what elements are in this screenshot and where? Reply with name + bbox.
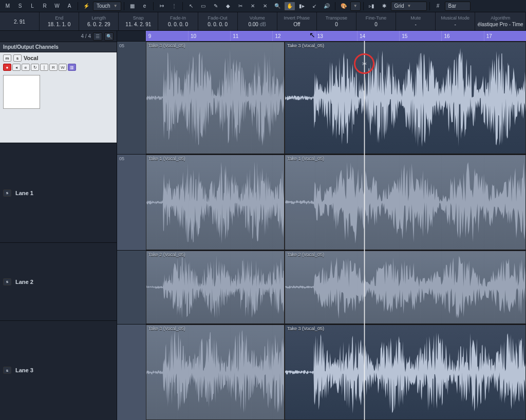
info-finetune[interactable]: Fine-Tune0 <box>356 12 396 30</box>
arrow-tool-icon[interactable]: ↖ <box>185 2 197 11</box>
quantize-label: Bar <box>448 3 457 9</box>
monitor-btn[interactable]: ◂ <box>12 64 21 71</box>
info-start[interactable]: 2. 91 <box>0 12 40 30</box>
clip-prelabel: 05 <box>119 43 124 48</box>
clip-label: Take 3 (Vocal_05) <box>148 43 185 48</box>
audio-clip[interactable]: Take 1 (Vocal_05) <box>285 155 526 250</box>
loop-btn[interactable]: ↻ <box>31 64 39 71</box>
ruler-bar: 15 <box>399 31 407 41</box>
info-mute[interactable]: Mute- <box>396 12 436 30</box>
glue-tool-icon[interactable]: ✕ <box>247 2 258 11</box>
info-invert[interactable]: Invert PhaseOff <box>277 12 317 30</box>
snap-mode-select[interactable]: Grid ▼ <box>391 2 427 11</box>
info-transpose[interactable]: Transpose0 <box>317 12 356 30</box>
play-tool-icon[interactable]: 🔊 <box>321 2 332 11</box>
timewarp-tool-icon[interactable]: ▮▸ <box>296 2 308 11</box>
clip-prelabel: 05 <box>119 156 124 161</box>
mute-tool-icon[interactable]: ✕ <box>259 2 271 11</box>
take-lane[interactable]: Take 2 (Vocal_05)Take 2 (Vocal_05) <box>117 250 526 323</box>
audio-clip[interactable]: Take 3 (Vocal_05) <box>146 324 285 420</box>
zoom-tool-icon[interactable]: 🔍 <box>272 2 283 11</box>
visible-track-count: 4 / 4 <box>81 33 91 39</box>
lane-solo-btn[interactable]: s <box>3 189 11 197</box>
ruler-bar: 14 <box>357 31 365 41</box>
lanes-btn[interactable]: ▥ <box>68 64 76 71</box>
track-header-vocal[interactable]: m s Vocal ● ◂ e ↻ ∣ R W ▥ <box>0 52 117 143</box>
track-solo-btn[interactable]: s <box>13 54 22 62</box>
write-btn[interactable]: W <box>51 2 63 11</box>
autoscroll-icon[interactable]: ↦ <box>156 2 167 11</box>
filter-icon[interactable]: ☰ <box>93 32 102 41</box>
io-channels-header[interactable]: Input/Output Channels <box>0 42 117 52</box>
tracklist-toolbar: 4 / 4 ☰ 🔍 <box>0 31 117 42</box>
info-fadein[interactable]: Fade-In0. 0. 0. 0 <box>158 12 198 30</box>
take-lane[interactable]: 05Take 1 (Vocal_05)Take 1 (Vocal_05) <box>117 154 526 250</box>
listen-btn[interactable]: L <box>27 2 38 11</box>
panel-icon[interactable]: ▦ <box>127 2 138 11</box>
range-tool-icon[interactable]: ▭ <box>198 2 209 11</box>
draw-tool-icon[interactable]: ✎ <box>210 2 221 11</box>
audio-clip[interactable]: Take 3 (Vocal_05) <box>146 42 285 154</box>
info-length[interactable]: Length6. 0. 2. 29 <box>79 12 119 30</box>
audio-clip[interactable]: Take 1 (Vocal_05) <box>146 155 285 250</box>
lane-solo-btn[interactable]: s <box>3 278 11 285</box>
comp-track[interactable]: 05Take 3 (Vocal_05)Take 3 (Vocal_05) <box>117 41 526 154</box>
clip-label: Take 3 (Vocal_05) <box>287 43 324 48</box>
track-name: Vocal <box>24 55 39 61</box>
audio-clip[interactable]: Take 2 (Vocal_05) <box>285 251 526 323</box>
info-musical[interactable]: Musical Mode- <box>436 12 475 30</box>
lane-name: Lane 2 <box>15 279 33 285</box>
timeline-ruler[interactable]: 91011121314151617 ↖ <box>117 31 526 41</box>
split-tool-icon[interactable]: ✂ <box>235 2 246 11</box>
info-volume[interactable]: Volume0.00 dB <box>238 12 277 30</box>
audio-clip[interactable]: Take 2 (Vocal_05) <box>146 251 285 323</box>
read-btn[interactable]: R <box>39 2 50 11</box>
info-snap[interactable]: Snap11. 4. 2. 91 <box>119 12 158 30</box>
edit-channel-btn[interactable]: e <box>22 64 30 71</box>
clip-label: Take 2 (Vocal_05) <box>287 252 324 257</box>
read-auto-btn[interactable]: R <box>49 64 58 71</box>
ruler-bar: 16 <box>441 31 449 41</box>
chevron-down-icon: ▼ <box>114 4 118 8</box>
color-picker[interactable]: ▼ <box>350 2 361 11</box>
write-auto-btn[interactable]: W <box>59 64 67 71</box>
comp-tool-icon[interactable]: ✋ <box>284 2 295 11</box>
arrangement-area[interactable]: 91011121314151617 ↖ ✂ 05Take 3 (Vocal_05… <box>117 31 526 420</box>
search-icon[interactable]: 🔍 <box>104 32 114 41</box>
automation-mode-select[interactable]: Touch ▼ <box>93 2 121 11</box>
mute-btn[interactable]: M <box>2 2 13 11</box>
quantize-select[interactable]: Bar <box>445 2 471 11</box>
clip-label: Take 3 (Vocal_05) <box>287 326 324 331</box>
lane-header-2[interactable]: s Lane 2 <box>0 242 117 320</box>
grid-type-icon[interactable]: # <box>433 2 444 11</box>
info-algorithm[interactable]: Algorithmélastique Pro - Time <box>475 12 526 30</box>
track-mute-btn[interactable]: m <box>3 54 11 62</box>
solo-btn[interactable]: S <box>14 2 26 11</box>
color-icon[interactable]: e <box>139 2 151 11</box>
color-tool-icon[interactable]: 🎨 <box>338 2 349 11</box>
lane-name: Lane 1 <box>15 190 33 196</box>
suspend-icon[interactable]: ⚡ <box>81 2 92 11</box>
record-enable-btn[interactable]: ● <box>3 64 11 71</box>
lane-header-1[interactable]: s Lane 1 <box>0 143 117 242</box>
lane-solo-btn[interactable]: s <box>3 367 11 374</box>
auto-btn[interactable]: A <box>64 2 75 11</box>
audio-clip[interactable]: Take 3 (Vocal_05) <box>285 42 526 154</box>
snap-type-icon[interactable]: ✱ <box>379 2 390 11</box>
erase-tool-icon[interactable]: ◆ <box>222 2 234 11</box>
line-tool-icon[interactable]: ↙ <box>309 2 320 11</box>
lane-name: Lane 3 <box>15 367 33 373</box>
snap-toggle-icon[interactable]: ▹▮ <box>366 2 378 11</box>
freeze-btn[interactable]: ∣ <box>40 64 48 71</box>
automation-mode-label: Touch <box>97 3 110 9</box>
playhead[interactable] <box>364 41 365 420</box>
audio-clip[interactable]: Take 3 (Vocal_05) <box>285 324 526 420</box>
top-toolbar: M S L R W A ⚡ Touch ▼ ▦ e ↦ ⋮ ↖ ▭ ✎ ◆ ✂ … <box>0 0 526 12</box>
lane-header-3[interactable]: s Lane 3 <box>0 320 117 420</box>
info-fadeout[interactable]: Fade-Out0. 0. 0. 0 <box>198 12 238 30</box>
info-end[interactable]: End18. 1. 1. 0 <box>40 12 79 30</box>
divider-icon[interactable]: ⋮ <box>168 2 180 11</box>
take-lane[interactable]: Take 3 (Vocal_05)Take 3 (Vocal_05) <box>117 324 526 420</box>
track-preview <box>3 75 40 109</box>
ruler-bar: 17 <box>484 31 492 41</box>
